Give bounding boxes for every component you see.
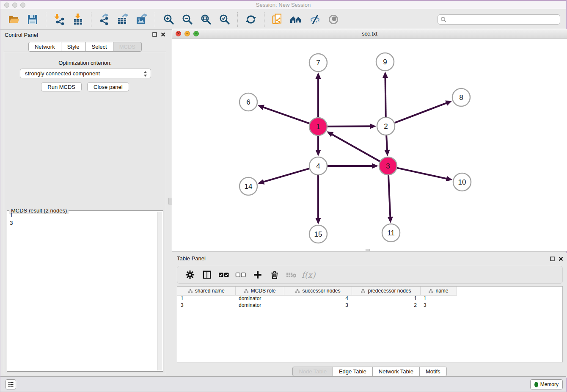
graph-node[interactable]: 3	[379, 157, 397, 175]
close-panel-icon[interactable]	[559, 257, 563, 261]
horizontal-splitter-handle[interactable]	[366, 249, 370, 251]
tab-edge-table[interactable]: Edge Table	[333, 367, 373, 376]
tab-mcds[interactable]: MCDS	[113, 42, 142, 52]
export-network-button[interactable]	[98, 13, 111, 26]
graph-node[interactable]: 15	[309, 225, 327, 243]
graph-edge[interactable]	[383, 72, 388, 117]
tab-network-table[interactable]: Network Table	[372, 367, 420, 376]
graph-edge[interactable]	[328, 124, 376, 129]
select-all-button[interactable]	[218, 269, 230, 281]
table-cell[interactable]: dominator	[235, 295, 284, 302]
export-image-button[interactable]	[135, 13, 148, 26]
table-cell[interactable]: 4	[284, 295, 352, 302]
graph-edge[interactable]	[397, 168, 452, 182]
table-cell[interactable]	[457, 302, 563, 309]
graph-node[interactable]: 9	[376, 53, 394, 71]
table-cell[interactable]: 1	[352, 295, 420, 302]
graph-node[interactable]: 11	[382, 224, 400, 242]
eye-slash-icon	[309, 14, 321, 25]
table-settings-button[interactable]	[184, 269, 196, 281]
graph-node[interactable]: 14	[239, 177, 257, 195]
graph-node[interactable]: 10	[453, 173, 471, 191]
refresh-button[interactable]	[245, 13, 257, 26]
graph-edge[interactable]	[395, 100, 452, 123]
hide-panels-button[interactable]	[308, 13, 321, 26]
graph-edge[interactable]	[258, 105, 310, 123]
zoom-selected-button[interactable]	[218, 13, 231, 26]
graph-edge[interactable]	[258, 168, 309, 184]
result-item[interactable]: 1	[8, 212, 157, 219]
table-cell[interactable]: 1	[177, 295, 235, 302]
table-cell[interactable]: 3	[284, 302, 352, 309]
show-all-networks-button[interactable]	[290, 13, 303, 26]
graph-node[interactable]: 4	[309, 157, 327, 175]
table-cell[interactable]	[457, 295, 563, 302]
column-header[interactable]: successor nodes	[284, 287, 352, 295]
tab-motifs[interactable]: Motifs	[419, 367, 447, 376]
task-history-button[interactable]	[6, 379, 16, 389]
import-table-button[interactable]	[72, 13, 84, 26]
network-canvas[interactable]: 7968124314101511	[172, 39, 567, 251]
memory-button[interactable]: Memory	[530, 379, 563, 389]
column-header[interactable]: shared name	[177, 287, 235, 295]
zoom-out-button[interactable]	[181, 13, 193, 26]
graph-node[interactable]: 8	[452, 88, 470, 106]
tab-node-table[interactable]: Node Table	[292, 367, 333, 376]
export-table-button[interactable]	[117, 13, 129, 26]
zoom-in-button[interactable]	[162, 13, 175, 26]
copy-style-button[interactable]	[271, 13, 284, 26]
float-panel-icon[interactable]	[152, 32, 157, 37]
table-cell[interactable]: 3	[177, 302, 235, 309]
criterion-value: strongly connected component	[25, 70, 100, 77]
table-cell[interactable]: dominator	[235, 302, 284, 309]
result-item[interactable]: 3	[8, 219, 157, 227]
export-network-icon	[99, 14, 110, 25]
graph-edge[interactable]	[327, 131, 380, 161]
search-input[interactable]	[438, 14, 560, 25]
node-label: 10	[458, 178, 466, 186]
node-table-body: 1dominator4113dominator323	[177, 295, 563, 309]
tab-network[interactable]: Network	[28, 42, 61, 52]
network-graph[interactable]: 7968124314101511	[172, 39, 567, 251]
column-header[interactable]: MCDS role	[235, 287, 284, 295]
zoom-fit-button[interactable]	[199, 13, 212, 26]
toolbar-separator	[237, 12, 238, 27]
graph-node[interactable]: 1	[309, 118, 327, 135]
graph-edge[interactable]	[388, 175, 393, 223]
control-panel: Control Panel Network Style Select MCDS …	[0, 30, 170, 377]
column-visibility-button[interactable]	[201, 269, 213, 281]
table-cell[interactable]: 2	[352, 302, 420, 309]
tab-style[interactable]: Style	[61, 42, 86, 52]
graph-node[interactable]: 2	[377, 117, 395, 135]
criterion-select[interactable]: strongly connected component	[20, 69, 151, 78]
graph-edge[interactable]	[328, 163, 378, 169]
deselect-all-button[interactable]	[235, 269, 247, 281]
edge-arrowhead	[372, 163, 378, 169]
result-scrollbar[interactable]	[157, 212, 162, 370]
column-header[interactable]: predecessor nodes	[352, 287, 420, 295]
node-label: 14	[245, 182, 253, 190]
run-mcds-button[interactable]: Run MCDS	[41, 82, 82, 91]
graph-edge[interactable]	[316, 72, 321, 117]
table-cell[interactable]: 3	[420, 302, 457, 309]
graph-edge[interactable]	[384, 135, 390, 156]
node-label: 7	[316, 59, 320, 67]
create-column-button[interactable]	[252, 269, 264, 281]
close-panel-icon[interactable]	[161, 32, 165, 37]
float-panel-icon[interactable]	[550, 257, 555, 261]
graph-node[interactable]: 6	[239, 93, 257, 111]
table-row[interactable]: 3dominator323	[177, 302, 563, 309]
table-cell[interactable]: 1	[420, 295, 457, 302]
graph-node[interactable]: 7	[309, 54, 327, 72]
graph-edge[interactable]	[316, 175, 321, 224]
close-panel-button[interactable]: Close panel	[87, 82, 129, 91]
delete-column-button[interactable]	[269, 269, 281, 281]
open-session-button[interactable]	[8, 13, 20, 26]
graph-edge[interactable]	[316, 136, 321, 156]
column-header[interactable]: name	[420, 287, 457, 295]
import-network-button[interactable]	[53, 13, 66, 26]
save-session-button[interactable]	[26, 13, 39, 26]
table-row[interactable]: 1dominator411	[177, 295, 563, 302]
node-table[interactable]: shared nameMCDS rolesuccessor nodesprede…	[177, 286, 563, 362]
tab-select[interactable]: Select	[85, 42, 113, 52]
